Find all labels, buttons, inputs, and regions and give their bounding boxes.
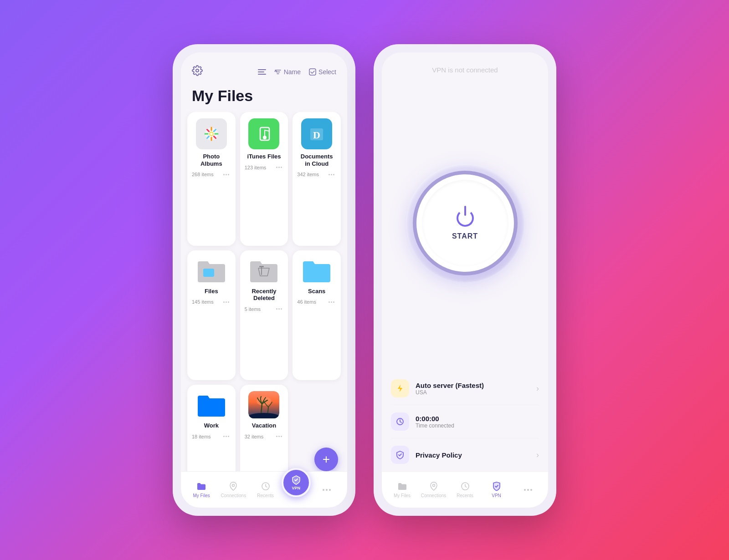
vpn-menu-auto-server[interactable]: Auto server (Fastest) USA › [391,372,539,405]
right-phone: VPN is not connected START [374,44,556,516]
recently-deleted-count: 5 items [245,306,261,312]
privacy-main: Privacy Policy [416,451,536,459]
bottom-nav-right: My Files Connections Recents [382,471,548,508]
privacy-text: Privacy Policy [416,451,536,459]
right-nav-my-files[interactable]: My Files [386,481,418,498]
docs-cloud-name: Documents in Cloud [297,153,336,167]
vpn-status-text: VPN is not connected [382,52,548,74]
nav-recents[interactable]: Recents [250,481,282,498]
select-button[interactable]: Select [309,68,336,76]
header-bar: Name Select [181,52,347,83]
photo-albums-count: 268 items [192,172,214,177]
header-right: Name Select [258,68,336,76]
time-sub: Time connected [416,423,539,429]
nav-my-files[interactable]: My Files [185,481,217,498]
page-title: My Files [181,83,347,112]
bottom-nav-left: My Files Connections Recents [181,471,347,508]
svg-point-14 [232,484,235,487]
file-card-files[interactable]: Files 145 items [187,250,236,381]
recently-deleted-more[interactable] [274,305,283,314]
itunes-more[interactable] [274,163,283,172]
scans-name: Scans [297,288,336,295]
time-main: 0:00:00 [416,415,539,423]
recently-deleted-meta: 5 items [245,305,284,314]
vpn-menu-time: 0:00:00 Time connected [391,405,539,438]
nav-connections-label: Connections [221,493,246,498]
right-nav-vpn[interactable]: VPN [481,481,512,498]
photo-albums-more[interactable] [222,170,231,179]
file-card-docs-cloud[interactable]: D Documents in Cloud 342 items [293,112,341,246]
work-name: Work [192,422,231,429]
select-label: Select [318,68,336,76]
scans-meta: 46 items [297,297,336,306]
vpn-menu: Auto server (Fastest) USA › 0:00:00 [382,372,548,471]
vpn-menu-privacy[interactable]: Privacy Policy › [391,438,539,471]
vacation-more[interactable] [274,432,283,441]
itunes-count: 123 items [245,165,267,170]
nav-recents-label: Recents [257,493,274,498]
left-phone: Name Select My Files [173,44,355,516]
add-fab[interactable]: + [314,448,338,471]
itunes-name: iTunes Files [245,153,284,160]
itunes-meta: 123 items [245,163,284,172]
work-meta: 18 items [192,432,231,441]
auto-server-main: Auto server (Fastest) [416,382,536,389]
right-nav-recents[interactable]: Recents [449,481,481,498]
svg-point-5 [263,136,267,139]
svg-rect-10 [259,266,264,267]
files-name: Files [192,288,231,295]
right-nav-connections[interactable]: Connections [418,481,449,498]
sort-button[interactable]: Name [274,68,301,76]
privacy-chevron: › [536,450,539,460]
right-nav-vpn-label: VPN [492,493,501,498]
gear-icon[interactable] [192,65,203,79]
power-symbol [454,206,477,229]
work-count: 18 items [192,434,211,439]
right-nav-dots[interactable] [512,489,544,491]
nav-my-files-label: My Files [193,493,210,498]
nav-connections[interactable]: Connections [217,481,249,498]
power-button[interactable]: START [422,180,508,266]
power-outer-ring: START [406,164,524,282]
start-label: START [452,232,478,240]
scans-count: 46 items [297,299,316,305]
files-count: 145 items [192,299,214,305]
auto-server-text: Auto server (Fastest) USA [416,382,536,396]
right-nav-my-files-label: My Files [394,493,411,498]
shield-check-icon-wrap [391,446,409,464]
sort-label: Name [284,68,301,76]
svg-rect-0 [309,69,316,75]
power-ring: START [413,171,518,275]
auto-server-chevron: › [536,384,539,393]
files-more[interactable] [222,297,231,306]
clock-icon-wrap [391,412,409,431]
svg-point-3 [210,132,213,136]
nav-dots-left[interactable] [311,489,343,491]
auto-server-sub: USA [416,389,536,396]
file-card-itunes[interactable]: iTunes Files 123 items [240,112,288,246]
file-card-recently-deleted[interactable]: Recently Deleted 5 items [240,250,288,381]
recently-deleted-name: Recently Deleted [245,288,284,302]
photo-albums-meta: 268 items [192,170,231,179]
svg-point-17 [432,484,435,487]
time-text: 0:00:00 Time connected [416,415,539,429]
docs-cloud-meta: 342 items [297,170,336,179]
right-nav-recents-label: Recents [457,493,473,498]
files-meta: 145 items [192,297,231,306]
docs-cloud-count: 342 items [297,172,319,177]
svg-rect-8 [203,269,214,277]
vacation-name: Vacation [245,422,284,429]
lightning-icon-wrap [391,379,409,397]
right-nav-connections-label: Connections [421,493,447,498]
vacation-meta: 32 items [245,432,284,441]
nav-vpn-fab[interactable]: VPN [282,468,311,497]
file-card-scans[interactable]: Scans 46 items [293,250,341,381]
photo-albums-name: Photo Albums [192,153,231,167]
work-more[interactable] [222,432,231,441]
file-card-photo-albums[interactable]: Photo Albums 268 items [187,112,236,246]
docs-cloud-more[interactable] [327,170,336,179]
svg-text:D: D [313,129,320,141]
list-icon[interactable] [258,69,266,75]
scans-more[interactable] [327,297,336,306]
vacation-count: 32 items [245,434,264,439]
